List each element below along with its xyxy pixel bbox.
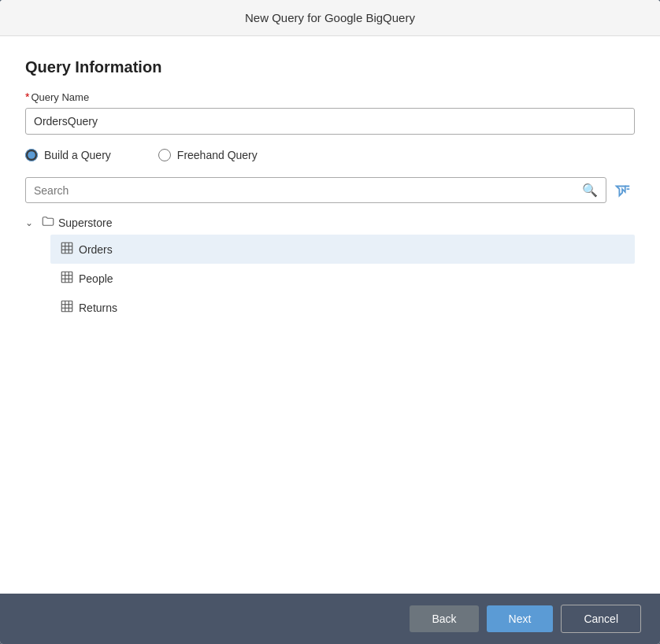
query-name-label: * Query Name (25, 91, 635, 103)
table-icon-orders (60, 241, 74, 257)
tree-item-orders-label: Orders (79, 243, 113, 256)
required-star: * (25, 91, 29, 103)
folder-icon (41, 214, 55, 231)
dialog-body: Query Information * Query Name Build a Q… (0, 36, 660, 594)
tree-container: ⌄ Superstore (25, 211, 635, 578)
search-icon: 🔍 (582, 183, 598, 198)
chevron-down-icon: ⌄ (25, 217, 38, 228)
table-icon-returns (60, 299, 74, 316)
freehand-query-radio[interactable] (158, 149, 171, 161)
filter-icon (614, 182, 632, 199)
query-name-label-text: Query Name (31, 91, 89, 103)
svg-rect-7 (61, 272, 72, 283)
cancel-button[interactable]: Cancel (561, 605, 641, 633)
tree-item-people[interactable]: People (50, 264, 635, 293)
table-icon-people (60, 270, 74, 287)
tree-children: Orders People (25, 235, 635, 322)
dialog-title: New Query for Google BigQuery (245, 11, 415, 24)
dialog-header: New Query for Google BigQuery (0, 0, 660, 36)
build-a-query-radio-label[interactable]: Build a Query (25, 149, 111, 161)
build-a-query-label: Build a Query (44, 149, 111, 161)
freehand-query-radio-label[interactable]: Freehand Query (158, 149, 258, 161)
next-button[interactable]: Next (487, 605, 554, 632)
tree-root-item[interactable]: ⌄ Superstore (25, 211, 635, 235)
back-button[interactable]: Back (410, 605, 478, 632)
tree-item-returns-label: Returns (79, 302, 117, 314)
tree-root-label: Superstore (58, 217, 112, 229)
search-row: 🔍 (25, 177, 635, 203)
dialog: New Query for Google BigQuery Query Info… (0, 0, 660, 644)
section-title: Query Information (25, 58, 635, 76)
freehand-query-label: Freehand Query (177, 149, 258, 161)
svg-rect-2 (61, 242, 72, 254)
search-box: 🔍 (25, 177, 606, 203)
query-name-input[interactable] (25, 108, 635, 135)
search-input[interactable] (34, 184, 582, 197)
tree-item-returns[interactable]: Returns (50, 293, 635, 322)
svg-rect-12 (61, 301, 72, 312)
dialog-footer: Back Next Cancel (0, 594, 660, 644)
tree-item-people-label: People (79, 272, 113, 285)
tree-item-orders[interactable]: Orders (50, 235, 635, 264)
query-type-radio-group: Build a Query Freehand Query (25, 149, 635, 161)
build-a-query-radio[interactable] (25, 149, 38, 161)
filter-icon-button[interactable] (611, 179, 635, 202)
